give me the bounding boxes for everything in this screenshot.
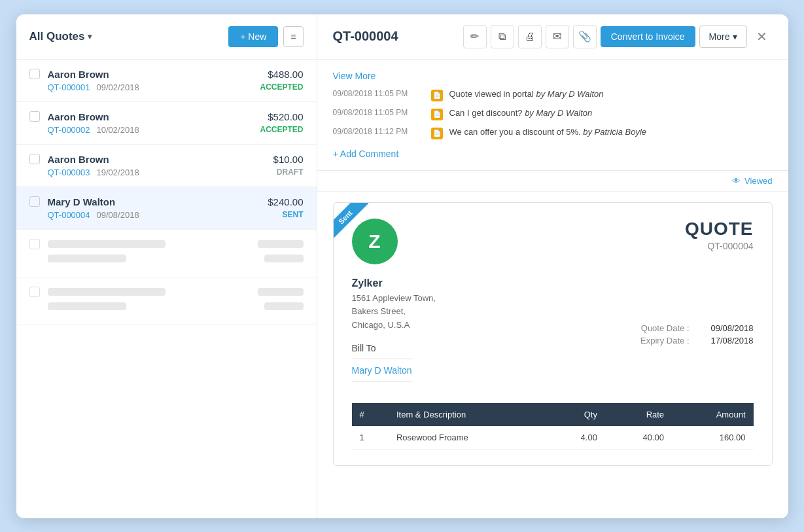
- quote-id-link[interactable]: QT-000001: [48, 82, 90, 92]
- bill-to-name-link[interactable]: Mary D Walton: [352, 365, 412, 376]
- quotes-title[interactable]: All Quotes ▾: [29, 30, 92, 43]
- right-content: View More 09/08/2018 11:05 PM 📄 Quote vi…: [317, 60, 788, 518]
- quote-doc-header: Z QUOTE QT-000004: [352, 219, 754, 264]
- right-header-icons: ✏ ⧉ 🖨 ✉ 📎 Convert to Invoice More ▾: [463, 25, 773, 48]
- print-icon: 🖨: [525, 31, 535, 43]
- add-comment-link[interactable]: + Add Comment: [333, 149, 399, 159]
- copy-icon: ⧉: [498, 31, 506, 43]
- company-name: Zylker: [352, 277, 754, 289]
- edit-icon: ✏: [470, 30, 479, 43]
- activity-item: 09/08/2018 11:05 PM 📄 Can I get discount…: [333, 108, 773, 120]
- print-button[interactable]: 🖨: [518, 25, 542, 48]
- activity-text: Can I get discount? by Mary D Walton: [449, 108, 773, 118]
- bill-to-label: Bill To: [352, 343, 412, 353]
- quote-item[interactable]: Mary D Walton $240.00 QT-000004 09/08/20…: [16, 187, 317, 230]
- activity-icon: 📄: [431, 109, 443, 120]
- activity-section: View More 09/08/2018 11:05 PM 📄 Quote vi…: [317, 60, 788, 171]
- attachment-button[interactable]: 📎: [573, 25, 597, 48]
- activity-item: 09/08/2018 11:12 PM 📄 We can offer you a…: [333, 127, 773, 139]
- quote-id-link[interactable]: QT-000002: [48, 125, 90, 135]
- quote-item[interactable]: Aaron Brown $10.00 QT-000003 19/02/2018 …: [16, 145, 317, 187]
- quote-item[interactable]: Aaron Brown $488.00 QT-000001 09/02/2018…: [16, 60, 317, 102]
- edit-button[interactable]: ✏: [463, 25, 487, 48]
- table-cell: 40.00: [605, 426, 672, 450]
- bill-to-section: Bill To Mary D Walton: [352, 343, 412, 387]
- quote-date-row: Quote Date : 09/08/2018: [641, 323, 754, 333]
- app-container: All Quotes ▾ + New ≡ Aaron Brown $488.00…: [16, 14, 788, 518]
- sent-label: Sent: [334, 203, 368, 240]
- quote-status: SENT: [282, 210, 303, 219]
- table-cell: 1: [352, 426, 389, 450]
- table-header: #: [352, 403, 389, 426]
- table-header: Item & Description: [389, 403, 547, 426]
- more-chevron-icon: ▾: [733, 31, 737, 42]
- quote-item[interactable]: Aaron Brown $520.00 QT-000002 10/02/2018…: [16, 102, 317, 145]
- quote-amount: $520.00: [268, 111, 303, 122]
- activity-time: 09/08/2018 11:05 PM: [333, 89, 425, 98]
- quote-name: Mary D Walton: [48, 196, 260, 207]
- table-header: Amount: [672, 403, 753, 426]
- right-header: QT-000004 ✏ ⧉ 🖨 ✉ 📎 Convert to Invoice: [317, 14, 788, 60]
- left-panel: All Quotes ▾ + New ≡ Aaron Brown $488.00…: [16, 14, 317, 518]
- bill-to-divider: [352, 359, 412, 359]
- quote-checkbox[interactable]: [29, 69, 40, 79]
- new-button[interactable]: + New: [228, 26, 278, 47]
- convert-to-invoice-button[interactable]: Convert to Invoice: [601, 26, 695, 47]
- table-header: Qty: [547, 403, 605, 426]
- address-line2: Bakers Street,: [352, 305, 754, 319]
- more-label: More: [709, 31, 730, 42]
- quote-title-text: QUOTE: [685, 219, 754, 239]
- quote-amount: $488.00: [268, 69, 303, 80]
- view-more-link[interactable]: View More: [333, 71, 376, 81]
- table-cell: 160.00: [672, 426, 753, 450]
- skeleton-item: [16, 277, 317, 325]
- activity-text: We can offer you a discount of 5%. by Pa…: [449, 127, 773, 137]
- attachment-icon: 📎: [578, 30, 591, 43]
- more-button[interactable]: More ▾: [699, 26, 747, 48]
- quote-doc-inner: Sent Z QUOTE QT-000004 Zylker 1561 Apple…: [334, 203, 772, 465]
- quote-checkbox[interactable]: [29, 154, 40, 164]
- activity-icon: 📄: [431, 90, 443, 101]
- table-cell: Rosewood Froame: [389, 426, 547, 450]
- quote-status: ACCEPTED: [260, 82, 303, 92]
- email-button[interactable]: ✉: [546, 25, 569, 48]
- activity-time: 09/08/2018 11:12 PM: [333, 127, 425, 136]
- skeleton-item: [16, 230, 317, 277]
- activity-list: 09/08/2018 11:05 PM 📄 Quote viewed in po…: [333, 89, 773, 139]
- address-line1: 1561 Appleview Town,: [352, 292, 754, 306]
- quote-checkbox[interactable]: [29, 196, 40, 207]
- close-button[interactable]: ✕: [751, 26, 773, 47]
- quote-date: 10/02/2018: [97, 125, 139, 135]
- copy-button[interactable]: ⧉: [491, 25, 514, 48]
- quote-document: Sent Z QUOTE QT-000004 Zylker 1561 Apple…: [333, 202, 773, 466]
- all-quotes-label: All Quotes: [29, 30, 85, 43]
- table-cell: 4.00: [547, 426, 605, 450]
- menu-toggle-button[interactable]: ≡: [283, 26, 303, 47]
- items-table: #Item & DescriptionQtyRateAmount 1Rosewo…: [352, 403, 754, 450]
- dates-section: Quote Date : 09/08/2018 Expiry Date : 17…: [640, 323, 753, 346]
- expiry-date-value: 17/08/2018: [695, 336, 754, 346]
- activity-icon: 📄: [431, 128, 443, 139]
- quote-status: ACCEPTED: [260, 125, 303, 134]
- expiry-date-row: Expiry Date : 17/08/2018: [640, 336, 753, 346]
- activity-text: Quote viewed in portal by Mary D Walton: [449, 89, 773, 99]
- activity-item: 09/08/2018 11:05 PM 📄 Quote viewed in po…: [333, 89, 773, 101]
- viewed-badge: 👁 Viewed: [732, 176, 772, 186]
- eye-icon: 👁: [732, 176, 741, 186]
- left-header: All Quotes ▾ + New ≡: [16, 14, 317, 60]
- title-chevron: ▾: [88, 32, 92, 41]
- quote-name: Aaron Brown: [48, 154, 266, 165]
- quote-date: 09/02/2018: [97, 82, 139, 92]
- quote-id-link[interactable]: QT-000004: [48, 210, 90, 220]
- quote-date-label: Quote Date :: [641, 323, 690, 333]
- right-panel: QT-000004 ✏ ⧉ 🖨 ✉ 📎 Convert to Invoice: [317, 14, 788, 518]
- bill-dates-row: Bill To Mary D Walton Quote Date : 09/08…: [352, 343, 754, 395]
- expiry-date-label: Expiry Date :: [640, 336, 689, 346]
- quote-amount: $10.00: [273, 154, 304, 165]
- bill-to-divider2: [352, 381, 412, 382]
- quote-checkbox[interactable]: [29, 111, 40, 122]
- quote-number-title: QT-000004: [333, 29, 455, 44]
- sent-banner: Sent: [334, 203, 386, 255]
- quote-id-link[interactable]: QT-000003: [48, 168, 90, 177]
- quote-list: Aaron Brown $488.00 QT-000001 09/02/2018…: [16, 60, 317, 518]
